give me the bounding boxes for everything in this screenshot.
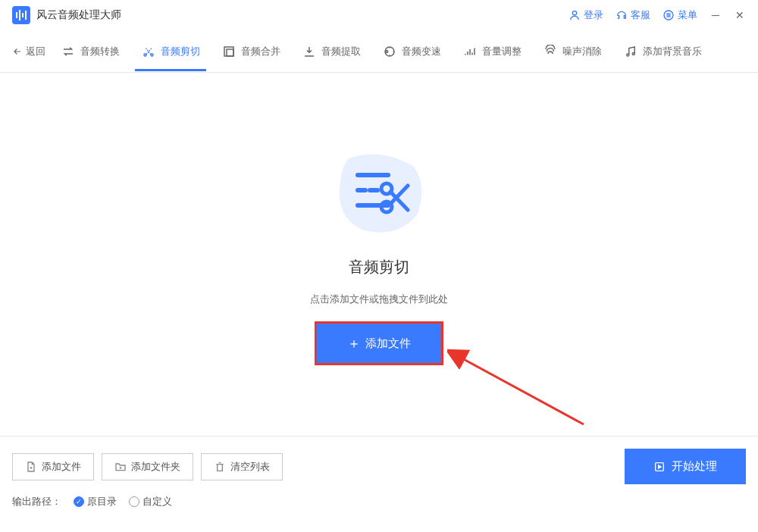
radio-custom[interactable]: 自定义: [129, 495, 172, 509]
merge-icon: [221, 44, 236, 59]
bottom-row-actions: 添加文件 添加文件夹 清空列表 开始处理: [12, 449, 746, 484]
back-button[interactable]: 返回: [12, 45, 45, 58]
tab-label: 音频转换: [80, 45, 120, 58]
toolbar: 返回 音频转换 音频剪切 音频合并 音频提取 音频变速 音量调整 噪声消除 添加…: [0, 30, 758, 73]
radio-label: 原目录: [87, 495, 117, 509]
tab-label: 音频变速: [402, 45, 441, 58]
svg-point-10: [151, 54, 153, 56]
hero-subtitle: 点击添加文件或拖拽文件到此处: [310, 293, 448, 306]
arrow-left-icon: [12, 46, 23, 57]
clear-list-button[interactable]: 清空列表: [201, 453, 283, 480]
menu-label: 菜单: [678, 8, 697, 22]
minimize-button[interactable]: ─: [709, 9, 722, 21]
denoise-icon: [543, 44, 558, 59]
svg-rect-2: [22, 13, 23, 17]
convert-icon: [61, 44, 76, 59]
tab-denoise[interactable]: 噪声消除: [537, 32, 608, 71]
output-path-label: 输出路径：: [12, 495, 61, 509]
bottom-actions: 添加文件 添加文件夹 清空列表: [12, 453, 283, 480]
main-content: 音频剪切 点击添加文件或拖拽文件到此处 ＋ 添加文件: [0, 73, 758, 436]
radio-label: 自定义: [143, 495, 172, 509]
titlebar: 风云音频处理大师 登录 客服 菜单 ─ ✕: [0, 0, 758, 30]
folder-add-icon: [114, 461, 127, 473]
start-label: 开始处理: [672, 459, 717, 474]
audio-bars-icon: [12, 6, 30, 24]
service-label: 客服: [631, 8, 650, 22]
extract-icon: [302, 44, 317, 59]
radio-unchecked-icon: [129, 496, 139, 507]
svg-point-13: [385, 47, 394, 56]
service-link[interactable]: 客服: [615, 8, 650, 22]
svg-point-15: [627, 54, 629, 56]
clear-list-label: 清空列表: [230, 460, 270, 474]
menu-icon: [662, 9, 675, 21]
tab-label: 音频提取: [321, 45, 361, 58]
app-logo: [12, 6, 30, 24]
login-link[interactable]: 登录: [568, 8, 603, 22]
add-file-button[interactable]: 添加文件: [12, 453, 94, 480]
tab-label: 噪声消除: [562, 45, 602, 58]
tab-label: 音量调整: [482, 45, 522, 58]
hero-illustration: [326, 143, 432, 242]
headset-icon: [615, 9, 628, 21]
radio-checked-icon: [74, 496, 84, 507]
login-label: 登录: [584, 8, 603, 22]
tab-bgm[interactable]: 添加背景音乐: [617, 32, 708, 71]
svg-rect-1: [19, 10, 20, 20]
svg-rect-12: [227, 49, 233, 56]
tab-merge[interactable]: 音频合并: [215, 32, 287, 71]
plus-icon: ＋: [347, 334, 361, 352]
tab-speed[interactable]: 音频变速: [376, 32, 447, 71]
add-file-label: 添加文件: [42, 460, 81, 474]
file-add-icon: [25, 461, 37, 473]
back-label: 返回: [26, 45, 45, 58]
add-file-button-main[interactable]: ＋ 添加文件: [315, 321, 443, 365]
svg-point-9: [144, 54, 146, 56]
tab-extract[interactable]: 音频提取: [296, 32, 367, 71]
tab-label: 音频合并: [241, 45, 280, 58]
add-folder-label: 添加文件夹: [131, 460, 180, 474]
svg-rect-0: [16, 12, 17, 18]
svg-point-4: [572, 11, 576, 15]
close-button[interactable]: ✕: [734, 9, 746, 21]
hero-title: 音频剪切: [349, 257, 409, 277]
tab-volume[interactable]: 音量调整: [456, 32, 528, 71]
tab-label: 添加背景音乐: [643, 45, 702, 58]
add-file-label: 添加文件: [365, 336, 411, 351]
speed-icon: [382, 44, 397, 59]
trash-icon: [214, 461, 226, 473]
svg-rect-3: [25, 11, 27, 20]
titlebar-left: 风云音频处理大师: [12, 6, 121, 24]
svg-rect-11: [224, 47, 233, 56]
play-icon: [653, 461, 666, 473]
bottom-bar: 添加文件 添加文件夹 清空列表 开始处理 输出路径： 原目录 自定义: [0, 436, 758, 521]
svg-point-16: [632, 52, 634, 55]
bottom-row-output: 输出路径： 原目录 自定义: [12, 495, 746, 509]
cut-illustration-icon: [326, 143, 432, 242]
user-icon: [568, 9, 581, 21]
cut-icon: [141, 44, 156, 59]
menu-link[interactable]: 菜单: [662, 8, 697, 22]
start-button[interactable]: 开始处理: [625, 449, 746, 484]
app-title: 风云音频处理大师: [36, 8, 121, 22]
volume-icon: [462, 44, 478, 59]
tab-convert[interactable]: 音频转换: [55, 32, 126, 71]
tab-cut[interactable]: 音频剪切: [135, 32, 206, 71]
add-folder-button[interactable]: 添加文件夹: [102, 453, 193, 480]
titlebar-right: 登录 客服 菜单 ─ ✕: [568, 8, 746, 22]
radio-original-dir[interactable]: 原目录: [74, 495, 117, 509]
tab-label: 音频剪切: [161, 45, 200, 58]
music-icon: [623, 44, 638, 59]
